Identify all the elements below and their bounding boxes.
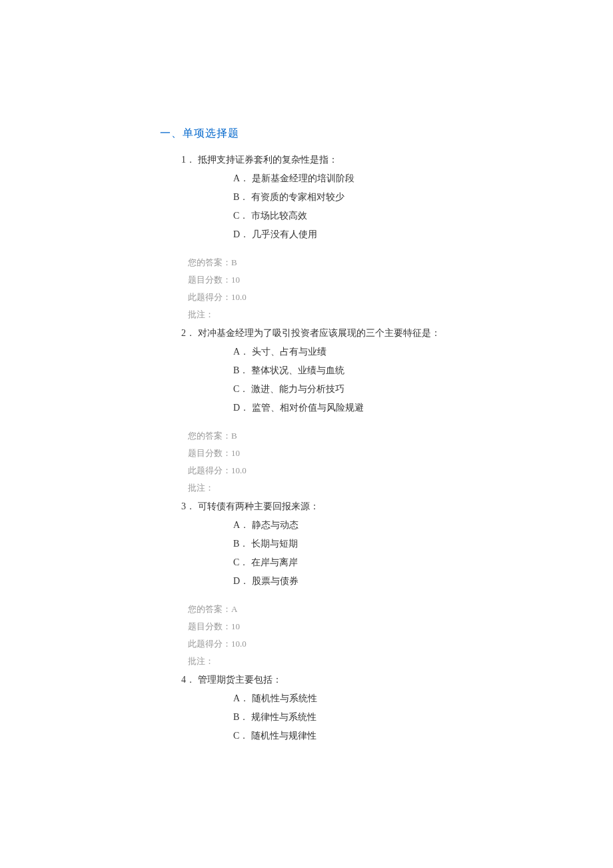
options-list: A．头寸、占有与业绩B．整体状况、业绩与血统C．激进、能力与分析技巧D．监管、相… xyxy=(160,346,546,414)
question-row: 1．抵押支持证券套利的复杂性是指： xyxy=(160,154,546,166)
feedback-earned-value: 10.0 xyxy=(231,639,247,649)
feedback-score-label: 题目分数： xyxy=(188,275,231,285)
feedback-earned-label: 此题得分： xyxy=(188,292,231,302)
option-text: 市场比较高效 xyxy=(251,210,307,222)
option-text: 是新基金经理的培训阶段 xyxy=(252,173,354,185)
option-letter: D． xyxy=(233,402,249,414)
option-item: C．随机性与规律性 xyxy=(233,730,546,742)
option-item: B．长期与短期 xyxy=(233,538,546,550)
option-text: 长期与短期 xyxy=(251,538,298,550)
feedback-answer: 您的答案：A xyxy=(188,603,546,615)
question-item: 3．可转债有两种主要回报来源：A．静态与动态B．长期与短期C．在岸与离岸D．股票… xyxy=(160,501,546,667)
question-number: 2． xyxy=(181,327,195,339)
option-letter: A． xyxy=(233,693,249,705)
question-text: 管理期货主要包括： xyxy=(198,674,282,686)
option-letter: D． xyxy=(233,575,249,587)
feedback-note: 批注： xyxy=(188,482,546,494)
feedback-answer-value: B xyxy=(231,257,237,267)
option-text: 股票与债券 xyxy=(252,575,299,587)
question-row: 3．可转债有两种主要回报来源： xyxy=(160,501,546,513)
feedback-earned: 此题得分：10.0 xyxy=(188,465,546,477)
option-letter: C． xyxy=(233,557,249,569)
option-letter: A． xyxy=(233,519,249,531)
feedback-score-label: 题目分数： xyxy=(188,448,231,458)
options-list: A．是新基金经理的培训阶段B．有资质的专家相对较少C．市场比较高效D．几乎没有人… xyxy=(160,173,546,241)
options-list: A．静态与动态B．长期与短期C．在岸与离岸D．股票与债券 xyxy=(160,519,546,587)
feedback-score-value: 10 xyxy=(231,621,240,631)
option-text: 监管、相对价值与风险规避 xyxy=(252,402,364,414)
feedback-answer-label: 您的答案： xyxy=(188,431,231,441)
option-item: D．监管、相对价值与风险规避 xyxy=(233,402,546,414)
question-item: 1．抵押支持证券套利的复杂性是指：A．是新基金经理的培训阶段B．有资质的专家相对… xyxy=(160,154,546,321)
option-letter: B． xyxy=(233,538,249,550)
question-item: 4．管理期货主要包括：A．随机性与系统性B．规律性与系统性C．随机性与规律性 xyxy=(160,674,546,742)
feedback-answer-label: 您的答案： xyxy=(188,604,231,614)
feedback-earned: 此题得分：10.0 xyxy=(188,638,546,650)
feedback-note: 批注： xyxy=(188,655,546,667)
option-letter: C． xyxy=(233,730,249,742)
feedback-earned-value: 10.0 xyxy=(231,465,247,475)
option-text: 静态与动态 xyxy=(252,519,299,531)
feedback-score: 题目分数：10 xyxy=(188,621,546,633)
feedback-answer-value: B xyxy=(231,431,237,441)
feedback-block: 您的答案：A题目分数：10此题得分：10.0批注： xyxy=(160,603,546,667)
feedback-score-value: 10 xyxy=(231,448,240,458)
option-text: 头寸、占有与业绩 xyxy=(252,346,326,358)
option-item: B．规律性与系统性 xyxy=(233,711,546,723)
option-letter: D． xyxy=(233,229,249,241)
feedback-earned: 此题得分：10.0 xyxy=(188,291,546,303)
question-row: 4．管理期货主要包括： xyxy=(160,674,546,686)
option-letter: C． xyxy=(233,383,249,395)
question-row: 2．对冲基金经理为了吸引投资者应该展现的三个主要特征是： xyxy=(160,327,546,339)
feedback-answer: 您的答案：B xyxy=(188,257,546,269)
question-text: 抵押支持证券套利的复杂性是指： xyxy=(198,154,338,166)
option-letter: B． xyxy=(233,711,249,723)
option-letter: A． xyxy=(233,346,249,358)
option-letter: A． xyxy=(233,173,249,185)
option-letter: C． xyxy=(233,210,249,222)
questions-list: 1．抵押支持证券套利的复杂性是指：A．是新基金经理的培训阶段B．有资质的专家相对… xyxy=(160,154,546,742)
question-item: 2．对冲基金经理为了吸引投资者应该展现的三个主要特征是：A．头寸、占有与业绩B．… xyxy=(160,327,546,494)
section-header: 一、单项选择题 xyxy=(160,127,546,141)
feedback-answer-value: A xyxy=(231,604,237,614)
feedback-score: 题目分数：10 xyxy=(188,274,546,286)
feedback-answer-label: 您的答案： xyxy=(188,257,231,267)
option-item: B．有资质的专家相对较少 xyxy=(233,191,546,203)
options-list: A．随机性与系统性B．规律性与系统性C．随机性与规律性 xyxy=(160,693,546,742)
feedback-score: 题目分数：10 xyxy=(188,447,546,459)
option-letter: B． xyxy=(233,365,249,377)
question-number: 3． xyxy=(181,501,195,513)
option-text: 随机性与规律性 xyxy=(251,730,316,742)
option-item: D．几乎没有人使用 xyxy=(233,229,546,241)
option-text: 几乎没有人使用 xyxy=(252,229,317,241)
feedback-earned-label: 此题得分： xyxy=(188,465,231,475)
option-item: A．随机性与系统性 xyxy=(233,693,546,705)
option-text: 在岸与离岸 xyxy=(251,557,298,569)
feedback-earned-label: 此题得分： xyxy=(188,639,231,649)
document-container: 一、单项选择题 1．抵押支持证券套利的复杂性是指：A．是新基金经理的培训阶段B．… xyxy=(0,127,613,742)
option-item: A．头寸、占有与业绩 xyxy=(233,346,546,358)
option-item: C．在岸与离岸 xyxy=(233,557,546,569)
feedback-note: 批注： xyxy=(188,309,546,321)
feedback-score-value: 10 xyxy=(231,275,240,285)
option-text: 随机性与系统性 xyxy=(252,693,317,705)
question-number: 1． xyxy=(181,154,195,166)
feedback-answer: 您的答案：B xyxy=(188,430,546,442)
option-item: D．股票与债券 xyxy=(233,575,546,587)
option-letter: B． xyxy=(233,191,249,203)
option-text: 规律性与系统性 xyxy=(251,711,316,723)
option-item: A．静态与动态 xyxy=(233,519,546,531)
option-text: 整体状况、业绩与血统 xyxy=(251,365,344,377)
option-item: B．整体状况、业绩与血统 xyxy=(233,365,546,377)
option-item: A．是新基金经理的培训阶段 xyxy=(233,173,546,185)
feedback-block: 您的答案：B题目分数：10此题得分：10.0批注： xyxy=(160,257,546,321)
question-text: 对冲基金经理为了吸引投资者应该展现的三个主要特征是： xyxy=(198,327,440,339)
option-text: 有资质的专家相对较少 xyxy=(251,191,344,203)
feedback-score-label: 题目分数： xyxy=(188,621,231,631)
question-text: 可转债有两种主要回报来源： xyxy=(198,501,319,513)
option-item: C．激进、能力与分析技巧 xyxy=(233,383,546,395)
question-number: 4． xyxy=(181,674,195,686)
option-text: 激进、能力与分析技巧 xyxy=(251,383,344,395)
feedback-block: 您的答案：B题目分数：10此题得分：10.0批注： xyxy=(160,430,546,494)
feedback-earned-value: 10.0 xyxy=(231,292,247,302)
